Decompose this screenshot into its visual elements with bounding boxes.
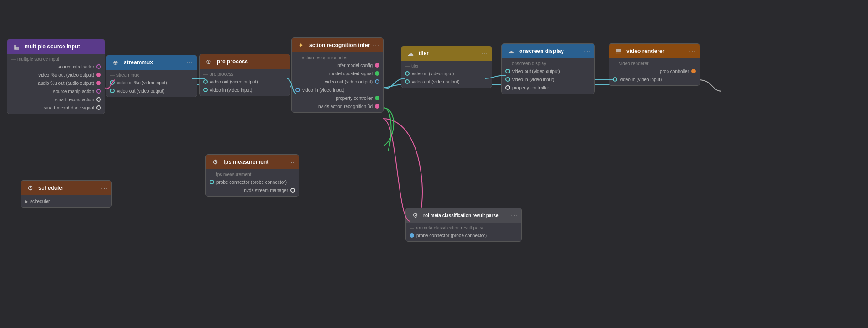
header-streammux: ⊕ streammux ··· bbox=[106, 55, 197, 70]
section-action-rec: action recognition infer bbox=[292, 54, 383, 61]
port-dot-vr-prop bbox=[691, 69, 696, 73]
body-osd: onscreen display video out (video output… bbox=[502, 58, 594, 94]
port-pp-video-out[interactable]: video out (video output) bbox=[200, 78, 290, 86]
body-fps: fps measurement probe connector (probe c… bbox=[206, 169, 299, 196]
icon-vr: ▦ bbox=[613, 46, 624, 57]
node-pre-process[interactable]: ⊕ pre process ··· pre process video out … bbox=[199, 54, 290, 96]
title-multiple-source: multiple source input bbox=[25, 43, 91, 50]
section-pre-process: pre process bbox=[200, 71, 290, 78]
port-dot-smart-record bbox=[96, 97, 101, 102]
icon-tiler: ☁ bbox=[405, 48, 416, 59]
port-dot-roi-probe bbox=[410, 233, 414, 238]
node-tiler[interactable]: ☁ tiler ··· tiler video in (video input)… bbox=[401, 46, 492, 88]
icon-streammux: ⊕ bbox=[110, 57, 121, 68]
body-multiple-source: multiple source input source info loader… bbox=[7, 54, 105, 114]
port-dot-ar-nvds bbox=[375, 104, 379, 109]
header-roi: ⚙ roi meta classification result parse ·… bbox=[406, 208, 521, 223]
title-pre-process: pre process bbox=[217, 58, 277, 65]
body-action-rec: action recognition infer infer model con… bbox=[292, 52, 383, 112]
title-action-rec: action recognition infer bbox=[309, 42, 370, 48]
body-roi: roi meta classification result parse pro… bbox=[406, 223, 521, 241]
title-tiler: tiler bbox=[419, 50, 479, 57]
node-multiple-source-input[interactable]: ▦ multiple source input ··· multiple sou… bbox=[7, 39, 105, 114]
port-scheduler-play[interactable]: ▶ scheduler bbox=[21, 197, 111, 205]
body-vr: video renderer prop controller video in … bbox=[609, 58, 700, 85]
port-dot-pp-vout bbox=[203, 79, 208, 84]
port-dot-model-sig bbox=[375, 71, 379, 76]
node-video-renderer[interactable]: ▦ video renderer ··· video renderer prop… bbox=[609, 43, 700, 86]
header-scheduler: ⚙ scheduler ··· bbox=[21, 181, 111, 195]
title-osd: onscreen display bbox=[519, 48, 581, 54]
node-streammux[interactable]: ⊕ streammux ··· streammux video in %u (v… bbox=[106, 55, 197, 97]
title-streammux: streammux bbox=[124, 59, 184, 66]
port-dot-osd-vout bbox=[505, 69, 510, 73]
node-scheduler[interactable]: ⚙ scheduler ··· ▶ scheduler bbox=[21, 180, 112, 208]
body-scheduler: ▶ scheduler bbox=[21, 195, 111, 207]
port-osd-prop[interactable]: property controller bbox=[502, 83, 594, 92]
port-osd-vin[interactable]: video in (video input) bbox=[502, 75, 594, 83]
header-fps: ⚙ fps measurement ··· bbox=[206, 155, 299, 169]
port-pp-video-in[interactable]: video in (video input) bbox=[200, 86, 290, 94]
icon-pre-process: ⊕ bbox=[203, 56, 214, 67]
port-infer-model[interactable]: infer model config bbox=[292, 61, 383, 69]
port-audio-out[interactable]: audio %u out (audio output) bbox=[7, 79, 105, 87]
port-ar-nv-ds[interactable]: nv ds action recognition 3d bbox=[292, 102, 383, 110]
port-dot-smart-done bbox=[96, 105, 101, 110]
port-video-out[interactable]: video %u out (video output) bbox=[7, 71, 105, 79]
node-onscreen-display[interactable]: ☁ onscreen display ··· onscreen display … bbox=[501, 43, 595, 94]
port-dot-audio-out bbox=[96, 81, 101, 85]
port-dot-vin-u bbox=[110, 80, 115, 85]
port-dot-vr-vin bbox=[613, 77, 617, 82]
section-streammux: streammux bbox=[106, 72, 197, 78]
title-scheduler: scheduler bbox=[38, 185, 98, 191]
header-osd: ☁ onscreen display ··· bbox=[502, 44, 594, 58]
port-dot-manip bbox=[96, 89, 101, 94]
node-roi-meta[interactable]: ⚙ roi meta classification result parse ·… bbox=[405, 208, 522, 242]
port-video-in-u[interactable]: video in %u (video input) bbox=[106, 78, 197, 87]
port-tiler-vin[interactable]: video in (video input) bbox=[401, 69, 492, 78]
port-vr-prop[interactable]: prop controller bbox=[609, 67, 700, 75]
port-fps-probe[interactable]: probe connector (probe connector) bbox=[206, 178, 299, 186]
icon-action-rec: ✦ bbox=[295, 40, 306, 51]
port-smart-done[interactable]: smart record done signal bbox=[7, 104, 105, 112]
port-tiler-vout[interactable]: video out (video output) bbox=[401, 78, 492, 86]
port-dot-infer-model bbox=[375, 63, 379, 68]
port-dot-osd-prop bbox=[505, 85, 510, 90]
port-dot-source-info bbox=[96, 64, 101, 69]
section-vr: video renderer bbox=[609, 60, 700, 67]
port-video-out-sm[interactable]: video out (video output) bbox=[106, 87, 197, 95]
header-multiple-source-input: ▦ multiple source input ··· bbox=[7, 39, 105, 54]
icon-scheduler: ⚙ bbox=[25, 182, 36, 193]
port-dot-ar-vout bbox=[375, 79, 379, 84]
port-dot-ar-prop bbox=[375, 96, 379, 100]
title-vr: video renderer bbox=[626, 48, 686, 54]
port-ar-prop-ctrl[interactable]: property controller bbox=[292, 94, 383, 102]
body-pre-process: pre process video out (video output) vid… bbox=[200, 69, 290, 96]
port-osd-vout[interactable]: video out (video output) bbox=[502, 67, 594, 75]
header-action-rec: ✦ action recognition infer ··· bbox=[292, 38, 383, 52]
port-dot-tiler-vin bbox=[405, 71, 410, 76]
node-fps-measurement[interactable]: ⚙ fps measurement ··· fps measurement pr… bbox=[205, 154, 299, 197]
section-tiler: tiler bbox=[401, 62, 492, 69]
port-dot-tiler-vout bbox=[405, 79, 410, 84]
port-smart-record[interactable]: smart record action bbox=[7, 95, 105, 104]
node-action-recognition[interactable]: ✦ action recognition infer ··· action re… bbox=[291, 37, 384, 113]
port-source-info-loader[interactable]: source info loader bbox=[7, 62, 105, 71]
port-model-signal[interactable]: model updated signal bbox=[292, 69, 383, 78]
body-tiler: tiler video in (video input) video out (… bbox=[401, 61, 492, 88]
port-roi-probe[interactable]: probe connector (probe connector) bbox=[406, 231, 521, 239]
section-multiple-source: multiple source input bbox=[7, 56, 105, 62]
port-vr-vin[interactable]: video in (video input) bbox=[609, 75, 700, 83]
icon-osd: ☁ bbox=[505, 46, 516, 57]
port-ar-video-in[interactable]: video in (video input) bbox=[292, 86, 383, 94]
icon-fps: ⚙ bbox=[210, 156, 221, 167]
port-dot-ar-vin bbox=[295, 88, 300, 92]
port-source-manip[interactable]: source manip action bbox=[7, 87, 105, 95]
port-ar-video-out[interactable]: video out (video output) bbox=[292, 78, 383, 86]
title-roi: roi meta classification result parse bbox=[423, 213, 508, 218]
port-dot-osd-vin bbox=[505, 77, 510, 82]
port-fps-nvds[interactable]: nvds stream manager bbox=[206, 186, 299, 194]
header-pre-process: ⊕ pre process ··· bbox=[200, 54, 290, 69]
port-dot-video-out bbox=[96, 73, 101, 77]
section-osd: onscreen display bbox=[502, 60, 594, 67]
